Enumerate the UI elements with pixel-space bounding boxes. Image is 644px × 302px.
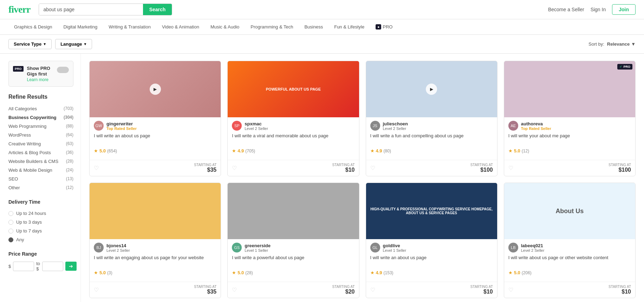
delivery-any[interactable]: Any	[8, 235, 73, 244]
gig-card-1[interactable]: ▶ GW gingerwriter Top Rated Seller I wil…	[89, 61, 221, 176]
nav-graphics-design[interactable]: Graphics & Design	[8, 19, 58, 34]
service-type-filter[interactable]: Service Type ▼	[8, 39, 52, 49]
sort-controls: Sort by: Relevance ▼	[588, 41, 636, 47]
heart-icon[interactable]: ♡	[232, 165, 237, 171]
play-button-icon[interactable]: ▶	[426, 84, 437, 95]
heart-icon[interactable]: ♡	[94, 165, 99, 171]
seller-level: Level 2 Seller	[106, 248, 130, 252]
sidebar-item-web-programming[interactable]: Web Programming (88)	[8, 122, 73, 131]
avatar: JS	[370, 121, 380, 131]
heart-icon[interactable]: ♡	[370, 287, 375, 293]
sort-label: Sort by:	[588, 41, 604, 47]
play-button-icon[interactable]: ▶	[150, 84, 161, 95]
card-footer: ♡ STARTING AT $35	[90, 160, 221, 176]
learn-more-link[interactable]: Learn more	[27, 77, 53, 82]
gig-body: AE authoreva Top Rated Seller I will wri…	[504, 117, 635, 160]
service-type-chevron-icon: ▼	[43, 42, 46, 46]
search-input[interactable]	[39, 4, 143, 15]
seller-name: julieschoen	[383, 121, 408, 126]
delivery-label: Up to 7 days	[16, 228, 42, 234]
price: $35	[194, 167, 216, 173]
sign-in-link[interactable]: Sign In	[591, 7, 606, 12]
language-filter[interactable]: Language ▼	[55, 39, 92, 49]
category-count: (36)	[66, 150, 73, 155]
gig-card-3[interactable]: ▶ JS julieschoen Level 2 Seller I will w…	[366, 61, 497, 176]
card-footer: ♡ STARTING AT $100	[504, 160, 635, 176]
seller-row: BJ bjones14 Level 2 Seller	[94, 243, 216, 252]
seller-level: Level 1 Seller	[245, 248, 271, 252]
sidebar-item-website-builders[interactable]: Website Builders & CMS (28)	[8, 157, 73, 166]
starting-at: STARTING AT $10	[470, 285, 493, 295]
nav-fun-lifestyle[interactable]: Fun & Lifestyle	[328, 19, 370, 34]
gig-card-6[interactable]: GS greenerside Level 1 Seller I will wri…	[227, 183, 359, 298]
seller-name: labeeq021	[521, 243, 545, 248]
starting-label: STARTING AT	[609, 285, 631, 289]
card-footer: ♡ STARTING AT $10	[366, 282, 497, 298]
nav-writing-translation[interactable]: Writing & Translation	[103, 19, 156, 34]
nav-pro[interactable]: ● PRO	[370, 19, 398, 34]
nav-programming-tech[interactable]: Programming & Tech	[245, 19, 299, 34]
nav-video-animation[interactable]: Video & Animation	[156, 19, 205, 34]
delivery-24h[interactable]: Up to 24 hours	[8, 209, 73, 218]
heart-icon[interactable]: ♡	[94, 287, 99, 293]
delivery-label: Up to 24 hours	[16, 211, 46, 216]
sort-value-text: Relevance	[607, 41, 630, 47]
gig-card-2[interactable]: POWERFUL ABOUT US PAGE SP spxmac Level 2…	[227, 61, 359, 176]
sort-value-dropdown[interactable]: Relevance ▼	[607, 41, 636, 47]
delivery-label: Up to 3 days	[16, 219, 42, 225]
seller-level: Top Rated Seller	[106, 126, 137, 131]
gig-card-4[interactable]: ✓ PRO AE authoreva Top Rated Seller I wi…	[504, 61, 636, 176]
nav-digital-marketing[interactable]: Digital Marketing	[58, 19, 103, 34]
price-from-input[interactable]	[13, 262, 34, 271]
seller-name: goldlive	[383, 243, 406, 248]
nav-music-audio[interactable]: Music & Audio	[205, 19, 245, 34]
seller-row: GW gingerwriter Top Rated Seller	[94, 121, 216, 131]
seller-info: authoreva Top Rated Seller	[521, 121, 551, 131]
gig-card-5[interactable]: BJ bjones14 Level 2 Seller I will write …	[89, 183, 221, 298]
language-chevron-icon: ▼	[84, 42, 87, 46]
gig-grid: ▶ GW gingerwriter Top Rated Seller I wil…	[89, 61, 636, 298]
price: $10	[332, 167, 355, 173]
rating-count: (654)	[107, 149, 117, 153]
price-range-section: Price Range $ to $ ➔	[8, 251, 73, 271]
sidebar-item-other[interactable]: Other (12)	[8, 183, 73, 192]
sidebar-item-web-mobile-design[interactable]: Web & Mobile Design (24)	[8, 166, 73, 175]
card-footer: ♡ STARTING AT $35	[90, 282, 221, 298]
heart-icon[interactable]: ♡	[508, 165, 513, 171]
rating-value: 5.0	[99, 270, 106, 275]
seller-name: spxmac	[245, 121, 268, 126]
search-button[interactable]: Search	[143, 4, 172, 15]
delivery-time-list: Up to 24 hours Up to 3 days Up to 7 days…	[8, 209, 73, 244]
rating-value: 5.0	[238, 270, 244, 275]
become-seller-link[interactable]: Become a Seller	[548, 7, 584, 12]
price-to-input[interactable]	[42, 262, 63, 271]
gig-title: I will write about us page or other webs…	[508, 255, 631, 267]
gig-thumbnail-5	[90, 183, 221, 239]
delivery-3d[interactable]: Up to 3 days	[8, 218, 73, 226]
heart-icon[interactable]: ♡	[370, 165, 375, 171]
gig-thumbnail-6	[228, 183, 359, 239]
category-count: (703)	[64, 106, 73, 111]
price-go-button[interactable]: ➔	[65, 262, 77, 271]
category-label: Business Copywriting	[8, 115, 57, 120]
seller-info: goldlive Level 1 Seller	[383, 243, 406, 252]
heart-icon[interactable]: ♡	[508, 287, 513, 293]
gig-thumbnail-7: HIGH-QUALITY & PROFESSIONAL COPYWRITING …	[366, 183, 497, 239]
rating-row: ★ 5.0 (3)	[94, 270, 216, 275]
sidebar-item-articles-blog[interactable]: Articles & Blog Posts (36)	[8, 148, 73, 157]
gig-card-7[interactable]: HIGH-QUALITY & PROFESSIONAL COPYWRITING …	[366, 183, 497, 298]
gig-card-8[interactable]: About Us LB labeeq021 Level 2 Seller I w…	[504, 183, 636, 298]
heart-icon[interactable]: ♡	[232, 287, 237, 293]
nav-business[interactable]: Business	[299, 19, 328, 34]
sidebar-item-creative-writing[interactable]: Creative Writing (63)	[8, 139, 73, 148]
pro-toggle-switch[interactable]	[57, 67, 69, 73]
category-count: (304)	[64, 115, 73, 120]
delivery-7d[interactable]: Up to 7 days	[8, 226, 73, 235]
sidebar-item-seo[interactable]: SEO (13)	[8, 175, 73, 183]
join-button[interactable]: Join	[612, 4, 636, 15]
gig-thumbnail-4: ✓ PRO	[504, 61, 635, 117]
sidebar-item-wordpress[interactable]: WordPress (64)	[8, 131, 73, 139]
sidebar-item-all-categories[interactable]: All Categories (703)	[8, 104, 73, 113]
sidebar-item-business-copywriting[interactable]: Business Copywriting (304)	[8, 113, 73, 122]
price: $100	[470, 167, 493, 173]
